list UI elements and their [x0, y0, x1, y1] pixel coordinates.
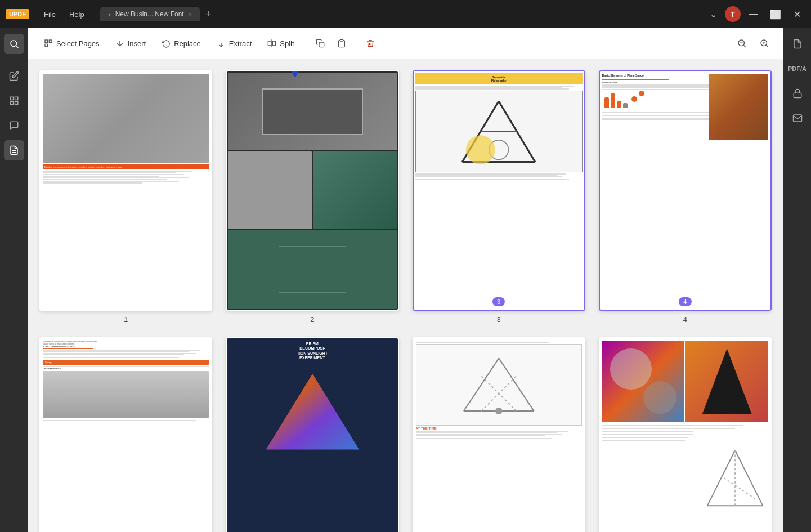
titlebar: UPDF File Help ▾ New Busin... New Font ×… [0, 0, 811, 28]
insert-label: Insert [128, 39, 146, 48]
svg-line-40 [735, 450, 763, 506]
sidebar-icon-organize[interactable] [4, 91, 24, 111]
svg-rect-2 [10, 97, 13, 100]
page-thumb-3[interactable]: GeometricPhilosophy [413, 70, 585, 311]
svg-line-43 [724, 478, 757, 500]
delete-button[interactable] [361, 34, 380, 53]
extract-button[interactable]: Extract [210, 35, 258, 51]
insert-icon [115, 39, 124, 48]
svg-line-22 [766, 45, 768, 47]
window-close-button[interactable]: ✕ [789, 7, 805, 22]
sidebar-divider-1 [6, 60, 23, 60]
page-thumb-6[interactable]: PRISMDECOMPOSI-TION SUNLIGHTEXPERIMENT [226, 337, 398, 532]
page-thumb-1[interactable]: Building environment information modelin… [39, 70, 212, 311]
tab-title: New Busin... New Font [115, 10, 184, 18]
svg-rect-5 [15, 102, 17, 105]
sidebar-icon-comment[interactable] [4, 115, 24, 136]
current-tab[interactable]: ▾ New Busin... New Font × [100, 7, 200, 21]
toolbar-separator-2 [356, 35, 356, 51]
extract-icon [217, 39, 226, 48]
new-tab-button[interactable]: + [202, 8, 215, 20]
right-sidebar-icon-security[interactable] [787, 83, 808, 104]
tab-area: ▾ New Busin... New Font × + [100, 7, 701, 21]
minimize-button[interactable]: — [744, 7, 762, 21]
page-thumb-4[interactable]: Basic Elements of Plane Space 1. KNOW TH… [599, 70, 772, 311]
page-item-3[interactable]: GeometricPhilosophy [413, 70, 585, 324]
main-area: Select Pages Insert Replace Extract [0, 28, 811, 532]
page-item-1[interactable]: Building environment information modelin… [39, 70, 212, 324]
extract-label: Extract [229, 39, 252, 48]
sidebar-icon-search[interactable] [4, 34, 24, 54]
titlebar-menu: File Help [38, 8, 90, 21]
page-badge-3: 3 [492, 297, 505, 306]
page-item-2[interactable]: 2 [226, 70, 398, 324]
svg-line-42 [707, 450, 735, 506]
collapse-button[interactable]: ⌄ [705, 7, 722, 22]
svg-rect-4 [10, 102, 13, 105]
page-number-1: 1 [124, 315, 128, 324]
page-item-7[interactable]: AT THE TIME 7 [413, 337, 585, 532]
svg-line-1 [16, 46, 18, 48]
left-sidebar [0, 28, 28, 532]
tab-close-button[interactable]: × [189, 11, 192, 17]
svg-rect-16 [319, 42, 324, 47]
updf-logo[interactable]: UPDF [6, 9, 29, 19]
copy-button[interactable] [311, 34, 330, 53]
tab-dropdown-icon[interactable]: ▾ [108, 11, 111, 17]
svg-line-34 [464, 358, 499, 411]
svg-rect-15 [273, 41, 276, 46]
page-thumb-2[interactable] [226, 70, 398, 311]
select-pages-label: Select Pages [56, 39, 100, 48]
svg-line-35 [499, 358, 534, 411]
zoom-out-button[interactable] [732, 34, 751, 53]
page-number-3: 3 [497, 315, 501, 324]
svg-point-39 [495, 408, 502, 414]
titlebar-controls: ⌄ T — ⬜ ✕ [705, 6, 805, 22]
split-button[interactable]: Split [261, 35, 301, 51]
content-area: Select Pages Insert Replace Extract [28, 28, 783, 532]
paste-button[interactable] [332, 34, 351, 53]
split-icon [267, 39, 276, 48]
replace-icon [162, 39, 171, 48]
page-item-8[interactable]: 8 [599, 337, 772, 532]
menu-help[interactable]: Help [64, 8, 90, 21]
svg-marker-33 [266, 374, 359, 449]
replace-button[interactable]: Replace [155, 35, 208, 51]
svg-rect-14 [268, 41, 271, 46]
page-item-4[interactable]: Basic Elements of Plane Space 1. KNOW TH… [599, 70, 772, 324]
right-sidebar-icon-file[interactable] [787, 34, 808, 54]
insert-button[interactable]: Insert [109, 35, 153, 51]
svg-rect-10 [45, 44, 48, 47]
zoom-in-button[interactable] [755, 34, 774, 53]
menu-file[interactable]: File [38, 8, 61, 21]
pages-grid: Building environment information modelin… [28, 59, 783, 532]
page-number-4: 4 [683, 315, 687, 324]
page-item-6[interactable]: PRISMDECOMPOSI-TION SUNLIGHTEXPERIMENT [226, 337, 398, 532]
svg-line-19 [743, 45, 745, 47]
select-pages-button[interactable]: Select Pages [37, 35, 106, 51]
toolbar: Select Pages Insert Replace Extract [28, 28, 783, 59]
split-label: Split [280, 39, 294, 48]
svg-rect-17 [340, 39, 343, 41]
select-pages-icon [44, 39, 53, 48]
maximize-button[interactable]: ⬜ [765, 7, 786, 22]
svg-rect-3 [15, 97, 17, 100]
sidebar-icon-edit[interactable] [4, 66, 24, 86]
replace-label: Replace [174, 39, 201, 48]
page-thumb-7[interactable]: AT THE TIME [413, 337, 585, 532]
svg-rect-9 [49, 40, 52, 43]
right-sidebar-icon-mail[interactable] [787, 108, 808, 128]
toolbar-separator-1 [306, 35, 306, 51]
page-thumb-8[interactable] [599, 337, 772, 532]
page-number-2: 2 [310, 315, 314, 324]
svg-rect-45 [794, 93, 801, 97]
svg-point-0 [11, 41, 17, 47]
right-sidebar-icon-pdfa[interactable]: PDF/A [787, 59, 808, 79]
page-thumb-5[interactable]: Postulate from dominant natural behavior… [39, 337, 212, 532]
page-item-5[interactable]: Postulate from dominant natural behavior… [39, 337, 212, 532]
sidebar-icon-pages[interactable] [4, 140, 24, 160]
user-avatar[interactable]: T [725, 6, 741, 22]
toolbar-right [732, 34, 774, 53]
page-badge-4: 4 [679, 297, 691, 306]
right-sidebar: PDF/A [783, 28, 811, 532]
